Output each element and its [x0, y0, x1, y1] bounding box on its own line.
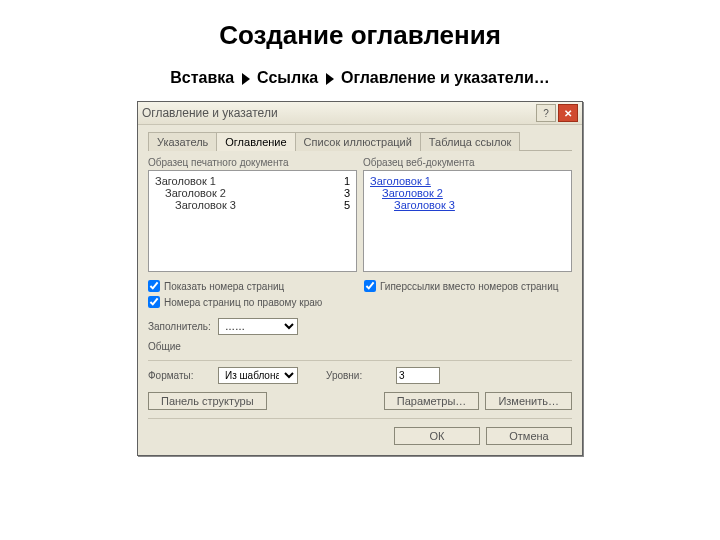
right-align-checkbox[interactable]: [148, 296, 160, 308]
breadcrumb-item: Вставка: [170, 69, 234, 86]
modify-button[interactable]: Изменить…: [485, 392, 572, 410]
print-preview-label: Образец печатного документа: [148, 157, 357, 168]
group-general-label: Общие: [148, 341, 572, 352]
close-button[interactable]: ✕: [558, 104, 578, 122]
arrow-right-icon: [326, 73, 334, 85]
tab-strip: Указатель Оглавление Список иллюстраций …: [148, 131, 572, 151]
levels-spinner[interactable]: [396, 367, 440, 384]
filler-label: Заполнитель:: [148, 321, 214, 332]
arrow-right-icon: [242, 73, 250, 85]
format-select[interactable]: Из шаблона: [218, 367, 298, 384]
dialog-title: Оглавление и указатели: [142, 106, 278, 120]
hyperlinks-checkbox[interactable]: [364, 280, 376, 292]
cancel-button[interactable]: Отмена: [486, 427, 572, 445]
breadcrumb: Вставка Ссылка Оглавление и указатели…: [0, 69, 720, 87]
format-label: Форматы:: [148, 370, 214, 381]
slide-title: Создание оглавления: [0, 20, 720, 51]
ok-button[interactable]: ОК: [394, 427, 480, 445]
hyperlinks-label: Гиперссылки вместо номеров страниц: [380, 281, 558, 292]
parameters-button[interactable]: Параметры…: [384, 392, 480, 410]
levels-label: Уровни:: [326, 370, 392, 381]
dialog-titlebar[interactable]: Оглавление и указатели ? ✕: [138, 102, 582, 125]
web-preview: Заголовок 1 Заголовок 2 Заголовок 3: [363, 170, 572, 272]
breadcrumb-item: Оглавление и указатели…: [341, 69, 550, 86]
tab-authorities[interactable]: Таблица ссылок: [420, 132, 521, 151]
help-button[interactable]: ?: [536, 104, 556, 122]
show-page-numbers-checkbox[interactable]: [148, 280, 160, 292]
right-align-label: Номера страниц по правому краю: [164, 297, 322, 308]
tab-toc[interactable]: Оглавление: [216, 132, 295, 151]
tab-illustrations[interactable]: Список иллюстраций: [295, 132, 421, 151]
dialog-window: Оглавление и указатели ? ✕ Указатель Огл…: [137, 101, 583, 456]
panel-structure-button[interactable]: Панель структуры: [148, 392, 267, 410]
breadcrumb-item: Ссылка: [257, 69, 318, 86]
print-preview: Заголовок 11 Заголовок 23 Заголовок 35: [148, 170, 357, 272]
web-preview-label: Образец веб-документа: [363, 157, 572, 168]
show-page-numbers-label: Показать номера страниц: [164, 281, 284, 292]
filler-select[interactable]: ……: [218, 318, 298, 335]
tab-index[interactable]: Указатель: [148, 132, 217, 151]
